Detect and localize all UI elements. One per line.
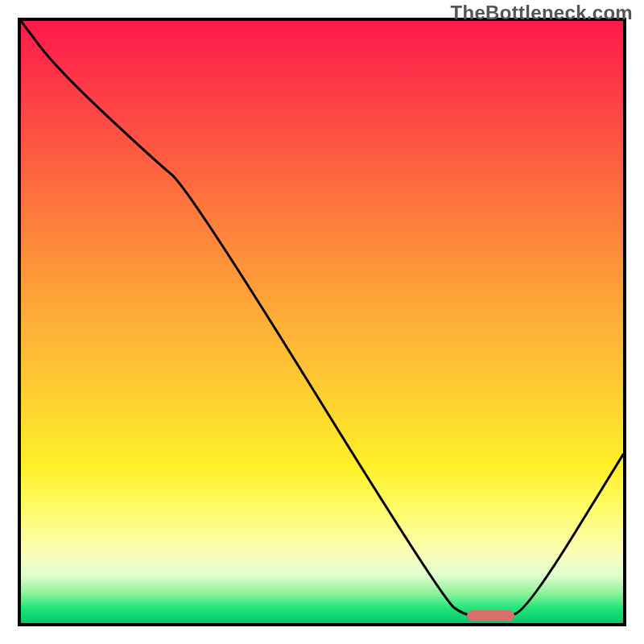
line-curve [21,21,623,623]
watermark-text: TheBottleneck.com [451,2,633,24]
chart-frame: TheBottleneck.com [0,0,644,644]
optimum-marker [467,610,515,621]
